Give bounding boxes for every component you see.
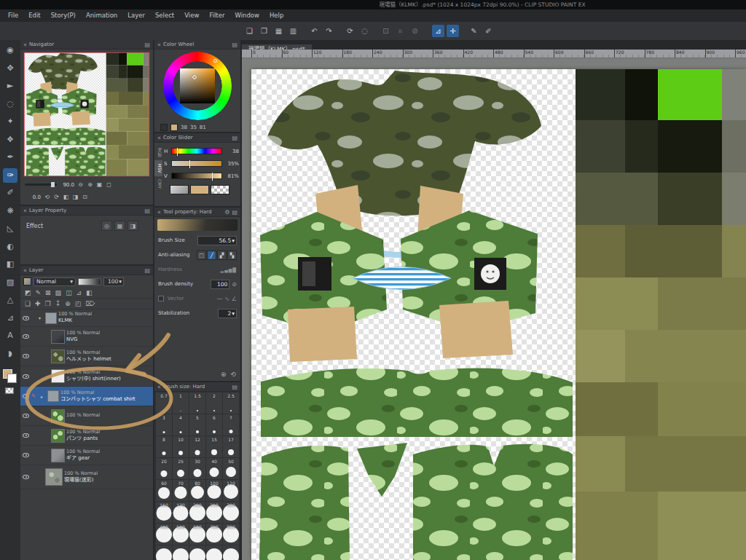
menu-item[interactable]: Edit [23,9,45,22]
apply-mask-icon[interactable]: ◰ [75,300,82,307]
new-raster-layer-icon[interactable]: ❏ [25,300,31,307]
brush-size-preset[interactable]: 7 [223,414,239,435]
lasso-tool-icon[interactable]: ◌ [3,97,17,111]
layer-expand-arrow-icon[interactable]: ▾ [39,315,44,320]
anti-alias-strong-icon[interactable]: ▚ [227,251,237,260]
brush-size-preset[interactable]: 300 [223,502,239,523]
menu-item[interactable]: Window [229,9,264,22]
fill-tool-icon[interactable]: ◧ [3,257,17,272]
saturation-value-box[interactable] [180,68,215,103]
snap-to-special-ruler-icon[interactable]: ✛ [447,25,459,37]
transform-icon[interactable]: ⊡ [380,25,392,37]
brush-size-preset[interactable]: 70 [173,480,189,501]
layer-visibility-eye-icon[interactable] [23,394,29,398]
effect-border-icon[interactable]: ◎ [101,221,112,231]
menu-item[interactable]: Animation [81,9,122,22]
undo-icon[interactable]: ↶ [308,25,321,37]
collapse-icon[interactable]: « [23,40,27,50]
save-icon[interactable]: ▦ [272,25,285,37]
layer-row[interactable]: 100 % Normal シャツ(中) shirt(inner) [20,366,153,387]
collapse-icon[interactable]: « [23,266,27,275]
brush-size-preset[interactable]: 2.5 [223,393,239,414]
v-slider[interactable] [171,173,222,179]
vector-curve-icon[interactable]: ∿ [224,296,229,302]
brush-size-preset[interactable]: 500 [173,524,189,545]
panel-menu-icon[interactable]: ▤ [232,208,237,217]
layer-row[interactable]: 100 % Normal ヘルメット helmet [20,347,153,366]
layer-row[interactable]: 100 % Normal [20,406,153,426]
actual-size-icon[interactable]: ◻ [104,181,114,188]
rotate-left-icon[interactable]: ⟲ [42,194,52,200]
sub-color-chip[interactable] [7,374,17,383]
decoration-tool-icon[interactable]: ❋ [3,204,17,218]
select-border-icon[interactable]: ⊘ [409,25,421,37]
s-slider[interactable] [171,160,222,167]
correct-line-icon[interactable]: ✎ [468,25,480,37]
brush-size-field[interactable]: 56.5 ▾ [197,236,237,245]
lock-alpha-icon[interactable]: ▨ [55,289,62,296]
brush-size-preset[interactable]: 17 [223,436,239,457]
brush-size-preset[interactable]: 1.5 [189,393,205,414]
layer-visibility-eye-icon[interactable] [23,316,29,320]
collapse-icon[interactable]: « [157,208,161,217]
operation-tool-icon[interactable]: ► [3,79,17,93]
ruler-tool-icon[interactable]: ⊿ [3,311,17,326]
flip-vertical-icon[interactable]: ◨ [71,194,80,200]
transfer-down-icon[interactable]: ↧ [55,300,61,307]
brush-size-preset[interactable]: 5 [189,414,205,435]
anti-alias-weak-icon[interactable]: ╱ [207,251,216,260]
collapse-icon[interactable]: « [157,382,161,392]
new-vector-layer-icon[interactable]: ✚ [35,300,41,307]
brush-size-preset[interactable]: 400 [156,524,172,545]
brush-size-preset[interactable]: 120 [223,480,239,501]
opacity-value[interactable]: 100 ▾ [103,277,124,286]
brush-density-field[interactable]: 100 [211,280,229,289]
eyedropper-tool-icon[interactable]: ❖ [3,133,17,147]
menu-item[interactable]: File [3,9,23,22]
brush-size-preset[interactable]: 700 [206,524,222,545]
panel-menu-icon[interactable]: ▤ [144,40,150,50]
color-mode-tab[interactable]: CMY [154,176,162,192]
export-icon[interactable]: ▥ [287,25,299,37]
reset-tool-icon[interactable]: ⟲ [230,371,236,378]
color-mode-tab[interactable]: HSV [154,160,162,176]
collapse-icon[interactable]: « [157,133,161,143]
airbrush-tool-icon[interactable]: ✑ [3,168,17,183]
panel-menu-icon[interactable]: ▤ [232,40,237,50]
text-tool-icon[interactable]: A [3,328,17,343]
density-effect-icon[interactable]: ⊘ [232,280,237,289]
redo-icon[interactable]: ↷ [323,25,335,37]
brush-size-preset[interactable]: 3 [156,414,172,435]
layer-visibility-eye-icon[interactable] [23,475,29,479]
anti-alias-none-icon[interactable]: □ [197,251,206,260]
layer-thumbnail[interactable] [51,369,65,383]
move-tool-icon[interactable]: ✥ [3,61,17,76]
brush-size-preset[interactable]: 170 [173,502,189,523]
menu-item[interactable]: Filter [204,9,229,22]
brush-size-preset[interactable]: 10 [173,436,189,457]
pen-pressure-icon[interactable]: ✐ [482,25,495,37]
snap-to-ruler-icon[interactable]: ⊿ [432,25,444,37]
brush-size-preset[interactable] [206,545,222,560]
layer-thumbnail[interactable] [51,409,65,423]
panel-menu-icon[interactable]: ▤ [144,266,150,275]
layer-color-icon[interactable]: ◧ [86,289,93,296]
brush-size-preset[interactable]: 25 [173,458,189,479]
brush-size-preset[interactable]: 1 [173,393,189,414]
layer-row[interactable]: 100 % Normal ギア gear [20,446,153,465]
layer-expand-arrow-icon[interactable]: ▸ [41,394,46,399]
brush-size-preset[interactable]: 800 [223,524,239,545]
eraser-tool-icon[interactable]: ◺ [3,221,17,236]
layer-visibility-eye-icon[interactable] [23,453,29,457]
menu-item[interactable]: Story(P) [46,9,81,22]
brush-size-preset[interactable]: 50 [223,458,239,479]
layer-thumbnail[interactable] [51,350,65,363]
navigator-thumbnail[interactable] [24,52,149,176]
auto-select-tool-icon[interactable]: ✦ [3,114,17,129]
delete-layer-icon[interactable]: ⌦ [85,300,95,307]
zoom-tool-icon[interactable]: ◉ [3,43,17,58]
register-preset-icon[interactable]: ⊕ [221,371,227,378]
panel-menu-icon[interactable]: ▤ [232,133,237,143]
brush-size-preset[interactable]: 150 [156,502,172,523]
brush-size-preset[interactable]: 2 [206,393,222,414]
